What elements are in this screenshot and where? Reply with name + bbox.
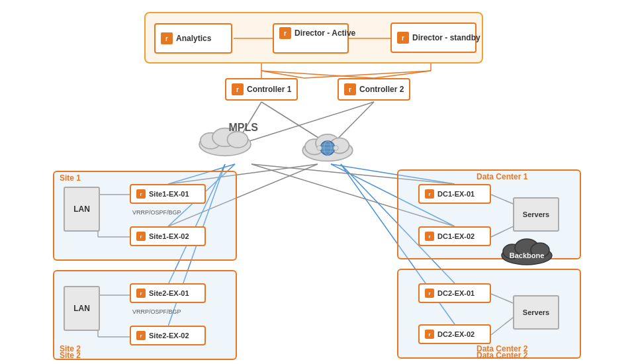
svg-point-49 <box>334 146 338 150</box>
dc2-ex01-node[interactable]: r DC2-EX-01 <box>418 283 491 303</box>
site1-ex01-node[interactable]: r Site1-EX-01 <box>130 184 206 204</box>
director-active-node[interactable]: r Director - Active <box>273 23 349 54</box>
dc1-label: Data Center 1 <box>477 172 527 181</box>
dc1-servers: Servers <box>513 197 559 232</box>
dc2-bottom-label: Data Center 2 <box>477 351 527 360</box>
site2-vrrp: VRRP/OSPF/BGP <box>132 308 181 315</box>
site2-lan: LAN <box>64 286 100 331</box>
director-active-icon: r <box>279 27 291 39</box>
dc1-ex01-label: DC1-EX-01 <box>437 190 475 198</box>
director-active-label: Director - Active <box>295 28 355 38</box>
site2-ex01-node[interactable]: r Site2-EX-01 <box>130 283 206 303</box>
backbone-cloud: Backbone <box>498 233 556 267</box>
svg-line-7 <box>304 71 431 78</box>
dc1-ex02-icon: r <box>425 232 434 241</box>
site2-ex02-node[interactable]: r Site2-EX-02 <box>130 326 206 345</box>
svg-point-48 <box>317 146 322 150</box>
site1-label: Site 1 <box>60 173 81 183</box>
dc2-servers: Servers <box>513 295 559 330</box>
site1-ex01-label: Site1-EX-01 <box>149 190 189 198</box>
svg-point-38 <box>227 132 248 148</box>
director-standby-icon: r <box>397 32 409 44</box>
site1-ex02-node[interactable]: r Site1-EX-02 <box>130 226 206 246</box>
site2-ex02-icon: r <box>136 331 146 340</box>
controller1-label: Controller 1 <box>247 85 291 94</box>
svg-line-3 <box>261 71 304 78</box>
site1-ex02-icon: r <box>136 232 146 241</box>
dc2-ex01-label: DC2-EX-01 <box>437 289 475 297</box>
site2-ex02-label: Site2-EX-02 <box>149 332 189 340</box>
controller1-node[interactable]: r Controller 1 <box>225 78 298 101</box>
svg-line-4 <box>261 71 374 78</box>
dc2-ex01-icon: r <box>425 289 434 298</box>
controller2-icon: r <box>344 83 356 95</box>
mpls-label: MPLS <box>229 122 258 134</box>
svg-line-6 <box>374 71 431 78</box>
dc1-ex01-icon: r <box>425 189 434 199</box>
internet-cloud <box>298 122 357 169</box>
controller2-label: Controller 2 <box>359 85 404 94</box>
site1-vrrp: VRRP/OSPF/BGP <box>132 209 181 216</box>
svg-text:Backbone: Backbone <box>510 251 545 259</box>
site1-ex01-icon: r <box>136 189 146 199</box>
dc1-ex02-node[interactable]: r DC1-EX-02 <box>418 226 491 246</box>
analytics-icon: r <box>161 32 173 44</box>
mpls-cloud: MPLS <box>192 122 258 169</box>
network-diagram: r Analytics r Director - Active r Direct… <box>0 0 636 364</box>
director-standby-label: Director - standby <box>412 33 480 42</box>
dc2-ex02-icon: r <box>425 330 434 339</box>
dc1-ex01-node[interactable]: r DC1-EX-01 <box>418 184 491 204</box>
site2-ex01-icon: r <box>136 289 146 298</box>
dc1-ex02-label: DC1-EX-02 <box>437 232 475 240</box>
controller2-node[interactable]: r Controller 2 <box>338 78 410 101</box>
site1-ex02-label: Site1-EX-02 <box>149 232 189 240</box>
site2-bottom-label: Site 2 <box>60 351 81 360</box>
controller1-icon: r <box>232 83 244 95</box>
dc2-ex02-node[interactable]: r DC2-EX-02 <box>418 324 491 344</box>
analytics-label: Analytics <box>176 34 211 43</box>
director-standby-node[interactable]: r Director - standby <box>390 23 477 53</box>
analytics-node[interactable]: r Analytics <box>154 23 232 54</box>
site1-lan: LAN <box>64 187 100 232</box>
dc2-ex02-label: DC2-EX-02 <box>437 330 475 338</box>
site2-ex01-label: Site2-EX-01 <box>149 289 189 297</box>
